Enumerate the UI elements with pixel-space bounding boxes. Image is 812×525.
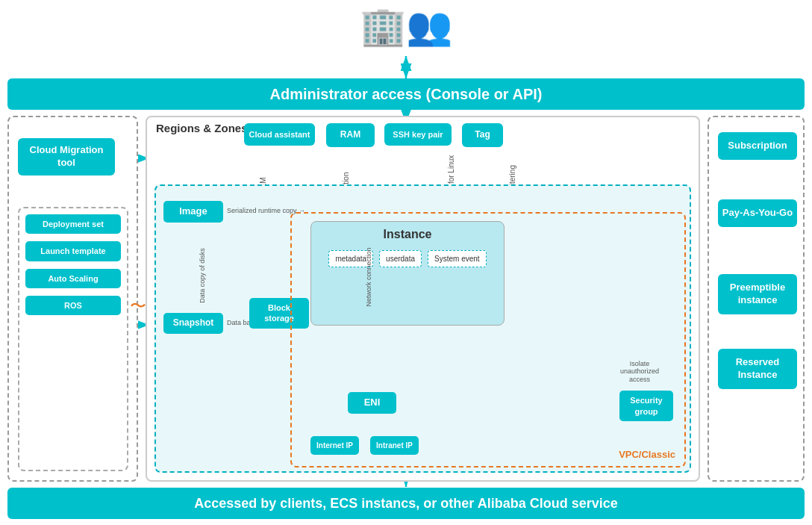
preemptible-instance-box[interactable]: Preemptible instance <box>718 274 797 314</box>
ssh-key-pair-box[interactable]: SSH key pair <box>384 123 452 146</box>
snapshot-box[interactable]: Snapshot <box>163 313 223 334</box>
userdata-box: userdata <box>379 250 422 267</box>
top-icon: 🏢👥 <box>360 7 452 45</box>
left-panel: Cloud Migration tool Deployment set Laun… <box>7 116 138 482</box>
cloud-assistant-box[interactable]: Cloud assistant <box>244 123 315 146</box>
top-bar: Administrator access (Console or API) <box>7 78 805 110</box>
eni-box[interactable]: ENI <box>348 392 396 414</box>
network-connection-label: Network connection <box>365 247 372 306</box>
vpc-label: VPC/Classic <box>619 449 675 460</box>
inner-blue-area: Image Serialized runtime copy → Data cop… <box>154 184 691 473</box>
bottom-bar: Accessed by clients, ECS instancs, or ot… <box>7 488 805 519</box>
system-event-box: System event <box>428 250 487 267</box>
instance-title: Instance <box>311 222 504 244</box>
internet-ip-box[interactable]: Internet IP <box>310 436 359 455</box>
subscription-box[interactable]: Subscription <box>718 132 797 160</box>
tag-box[interactable]: Tag <box>462 123 503 147</box>
launch-template-box[interactable]: Launch template <box>25 241 121 261</box>
main-panel: Regions & Zones Cloud assistant RAM SSH … <box>146 116 700 482</box>
auto-scaling-box[interactable]: Auto Scaling <box>25 269 121 288</box>
deployment-set-box[interactable]: Deployment set <box>25 214 121 234</box>
left-group-box: Deployment set Launch template Auto Scal… <box>18 207 128 471</box>
instance-box: Instance metadata userdata System event <box>310 221 505 326</box>
data-copy-label: Data copy of disks <box>199 248 206 303</box>
right-panel: Subscription Pay-As-You-Go Preemptible i… <box>708 116 805 482</box>
ros-box[interactable]: ROS <box>25 296 121 315</box>
ram-box[interactable]: RAM <box>326 123 375 147</box>
vpc-box: Instance metadata userdata System event … <box>290 212 686 467</box>
intranet-ip-box[interactable]: Intranet IP <box>370 436 419 455</box>
security-group-box[interactable]: Security group <box>619 391 673 421</box>
regions-zones-label: Regions & Zones <box>156 122 248 134</box>
image-box[interactable]: Image <box>163 201 223 223</box>
pay-as-you-go-box[interactable]: Pay-As-You-Go <box>718 199 797 227</box>
cloud-migration-box[interactable]: Cloud Migration tool <box>18 138 115 175</box>
isolate-label: Isolate unauthorized access <box>610 360 669 384</box>
reserved-instance-box[interactable]: Reserved Instance <box>718 349 797 389</box>
